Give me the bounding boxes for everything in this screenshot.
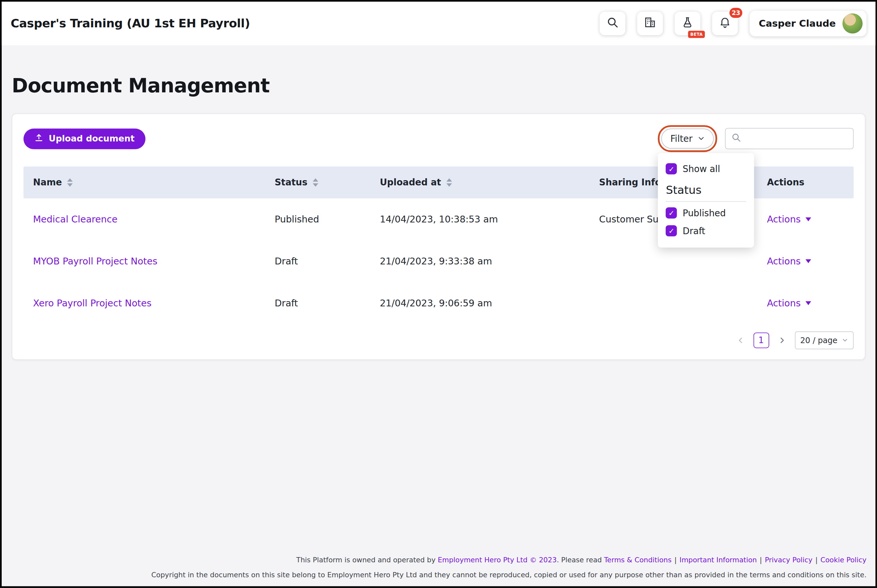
caret-down-icon <box>806 301 811 305</box>
uploaded-at-cell: 21/04/2023, 9:33:38 am <box>370 256 590 267</box>
toolbar: Upload document Filter Show all <box>23 125 854 152</box>
filter-option-label: Show all <box>683 164 720 174</box>
separator: | <box>760 555 762 564</box>
column-header-label: Sharing Info <box>599 177 661 188</box>
column-header-label: Actions <box>767 177 805 188</box>
page-size-label: 20 / page <box>800 336 837 345</box>
column-header-label: Uploaded at <box>380 177 441 188</box>
search-icon <box>606 16 619 31</box>
column-header-label: Status <box>275 177 308 188</box>
upload-document-button[interactable]: Upload document <box>23 128 145 149</box>
filter-option-draft[interactable]: Draft <box>666 222 746 240</box>
filter-option-label: Published <box>683 207 726 218</box>
filter-option-published[interactable]: Published <box>666 204 746 222</box>
document-link[interactable]: Xero Payroll Project Notes <box>33 298 151 309</box>
filter-option-show-all[interactable]: Show all <box>666 160 746 178</box>
pagination-prev-button[interactable] <box>735 332 746 348</box>
top-bar-actions: BETA 23 Casper Claude <box>600 11 866 36</box>
checkbox-checked-icon <box>666 163 677 174</box>
column-header-status[interactable]: Status <box>265 177 370 188</box>
org-title: Casper's Training (AU 1st EH Payroll) <box>11 17 250 30</box>
pagination-next-button[interactable] <box>776 332 787 348</box>
organisation-button[interactable] <box>638 12 663 35</box>
caret-down-icon <box>806 217 811 221</box>
terms-link[interactable]: Terms & Conditions <box>604 555 672 564</box>
actions-label: Actions <box>767 256 801 267</box>
column-header-actions: Actions <box>758 177 854 188</box>
search-icon <box>731 132 741 145</box>
checkbox-checked-icon <box>666 207 677 219</box>
filter-dropdown: Show all Status Published Draft <box>658 153 754 248</box>
bell-icon <box>719 16 731 31</box>
footer-text: This Platform is owned and operated by <box>296 555 438 564</box>
important-information-link[interactable]: Important Information <box>679 555 757 564</box>
filter-section-heading: Status <box>666 183 746 197</box>
page-title: Document Management <box>12 75 865 97</box>
beta-features-button[interactable]: BETA <box>675 12 701 35</box>
notification-count-badge: 23 <box>728 7 743 19</box>
filter-option-label: Draft <box>683 225 705 236</box>
chevron-down-icon <box>842 336 848 345</box>
footer-text: . Please read <box>557 555 604 564</box>
company-link[interactable]: Employment Hero Pty Ltd © 2023 <box>438 555 557 564</box>
top-bar: Casper's Training (AU 1st EH Payroll) BE… <box>2 2 875 45</box>
toolbar-right: Filter Show all Status <box>658 125 854 152</box>
footer-line-2: Copyright in the documents on this site … <box>151 570 866 579</box>
sort-icon[interactable] <box>67 178 72 187</box>
separator: | <box>674 555 677 564</box>
caret-down-icon <box>806 259 811 263</box>
uploaded-at-cell: 21/04/2023, 9:06:59 am <box>370 298 590 309</box>
column-header-name[interactable]: Name <box>23 177 265 188</box>
actions-label: Actions <box>767 298 801 309</box>
sort-icon[interactable] <box>446 178 451 187</box>
annotation-highlight: Filter Show all Status <box>658 125 717 152</box>
checkbox-checked-icon <box>666 225 677 236</box>
cookie-policy-link[interactable]: Cookie Policy <box>820 555 866 564</box>
separator: | <box>815 555 817 564</box>
table-row: Xero Payroll Project Notes Draft 21/04/2… <box>23 282 854 324</box>
sort-icon[interactable] <box>313 178 318 187</box>
document-search-box <box>725 128 854 149</box>
status-cell: Published <box>265 214 370 225</box>
beta-badge: BETA <box>688 31 705 38</box>
document-link[interactable]: Medical Clearence <box>33 214 117 225</box>
status-cell: Draft <box>265 298 370 309</box>
row-actions-button[interactable]: Actions <box>767 298 811 309</box>
flask-icon <box>682 16 694 31</box>
row-actions-button[interactable]: Actions <box>767 256 811 267</box>
privacy-policy-link[interactable]: Privacy Policy <box>765 555 812 564</box>
divider <box>666 201 746 202</box>
viewport: Casper's Training (AU 1st EH Payroll) BE… <box>0 0 877 588</box>
pagination: 1 20 / page <box>23 332 854 349</box>
user-name: Casper Claude <box>759 18 836 29</box>
row-actions-button[interactable]: Actions <box>767 214 811 225</box>
document-list-card: Upload document Filter Show all <box>12 114 865 360</box>
app-window: Casper's Training (AU 1st EH Payroll) BE… <box>0 0 877 588</box>
status-cell: Draft <box>265 256 370 267</box>
user-menu[interactable]: Casper Claude <box>750 11 866 36</box>
column-header-label: Name <box>33 177 62 188</box>
chevron-down-icon <box>698 134 705 144</box>
filter-button-label: Filter <box>670 134 692 144</box>
uploaded-at-cell: 14/04/2023, 10:38:53 am <box>370 214 590 225</box>
avatar <box>842 14 863 33</box>
column-header-uploaded-at[interactable]: Uploaded at <box>370 177 590 188</box>
pagination-page-1[interactable]: 1 <box>753 332 769 348</box>
search-button[interactable] <box>600 12 626 35</box>
search-input[interactable] <box>745 133 847 144</box>
upload-button-label: Upload document <box>48 134 134 144</box>
document-link[interactable]: MYOB Payroll Project Notes <box>33 256 157 267</box>
footer-line-1: This Platform is owned and operated by E… <box>151 555 866 564</box>
footer: This Platform is owned and operated by E… <box>151 555 866 579</box>
actions-label: Actions <box>767 214 801 225</box>
notifications-button[interactable]: 23 <box>712 12 738 35</box>
filter-button[interactable]: Filter <box>662 129 714 148</box>
upload-icon <box>34 133 44 144</box>
building-icon <box>644 16 656 31</box>
page-size-select[interactable]: 20 / page <box>795 332 854 349</box>
